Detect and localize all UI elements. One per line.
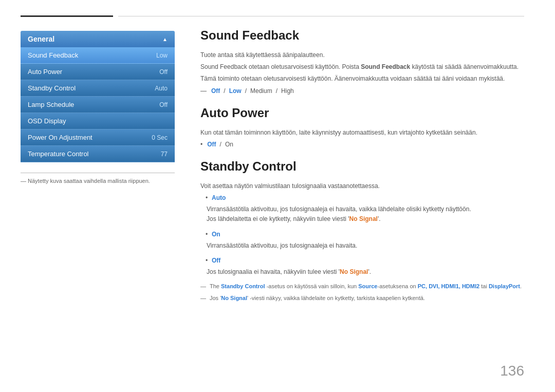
menu-label-lamp-schedule: Lamp Schedule bbox=[28, 101, 74, 108]
menu-item-auto-power[interactable]: Auto Power Off bbox=[21, 64, 175, 80]
menu-value-temperature-control: 77 bbox=[161, 151, 168, 158]
sidebar-divider bbox=[21, 173, 175, 173]
sf-opt-low: Low bbox=[229, 87, 242, 95]
menu-label-osd-display: OSD Display bbox=[28, 117, 66, 125]
top-line-dark bbox=[21, 15, 113, 17]
standby-off-desc1: Jos tulosignaalia ei havaita, näkyviin t… bbox=[207, 267, 524, 277]
standby-on-desc1: Virransäästötila aktivoituu, jos tulosig… bbox=[207, 241, 524, 251]
source-bold: Source bbox=[358, 283, 377, 289]
menu-item-power-on-adjustment[interactable]: Power On Adjustment 0 Sec bbox=[21, 129, 175, 146]
ap-opt-on: On bbox=[225, 141, 233, 148]
top-decoration bbox=[21, 15, 524, 17]
menu-label-sound-feedback: Sound Feedback bbox=[28, 51, 78, 59]
standby-control-bold: Standby Control bbox=[221, 283, 265, 289]
sidebar-note: — Näytetty kuva saattaa vaihdella mallis… bbox=[21, 177, 175, 185]
auto-power-options: • Off / On bbox=[200, 141, 524, 148]
sf-desc2-after: käytöstä tai säädä äänenvoimakkuutta. bbox=[410, 63, 519, 70]
menu-label-power-on-adjustment: Power On Adjustment bbox=[28, 134, 92, 141]
ap-opt-off: Off bbox=[207, 141, 216, 148]
standby-li-auto: Auto bbox=[206, 193, 524, 203]
options-dash: — bbox=[200, 87, 207, 95]
menu-item-standby-control[interactable]: Standby Control Auto bbox=[21, 80, 175, 97]
sidebar: General ▲ Sound Feedback Low Auto Power … bbox=[21, 31, 175, 185]
top-line-light bbox=[118, 16, 524, 16]
menu-label-auto-power: Auto Power bbox=[28, 68, 62, 76]
section-title-sound-feedback: Sound Feedback bbox=[200, 28, 524, 45]
sidebar-title-label: General bbox=[28, 35, 54, 43]
standby-note1: The Standby Control -asetus on käytössä … bbox=[200, 282, 524, 291]
sidebar-arrow-icon: ▲ bbox=[162, 36, 168, 42]
standby-option-off: Off Jos tulosignaalia ei havaita, näkyvi… bbox=[200, 256, 524, 277]
sound-feedback-desc2: Sound Feedback otetaan oletusarvoisesti … bbox=[200, 62, 524, 72]
standby-li-off: Off bbox=[206, 256, 524, 266]
section-standby-control: Standby Control Voit asettaa näytön valm… bbox=[200, 159, 524, 303]
sf-opt-medium: Medium bbox=[250, 87, 272, 95]
pc-dvi-hdmi-bold: PC, DVI, HDMI1, HDMI2 bbox=[418, 283, 479, 289]
ap-options-bullet: • bbox=[200, 141, 202, 148]
menu-item-temperature-control[interactable]: Temperature Control 77 bbox=[21, 146, 175, 162]
sound-feedback-desc1: Tuote antaa sitä käytettäessä äänipalaut… bbox=[200, 50, 524, 60]
no-signal-2: No Signal bbox=[340, 268, 368, 275]
standby-off-label: Off bbox=[212, 257, 220, 264]
no-signal-1: No Signal bbox=[349, 215, 378, 222]
standby-auto-desc2: Jos lähdelaitetta ei ole kytketty, näkyv… bbox=[207, 214, 524, 224]
sf-opt-high: High bbox=[281, 87, 294, 95]
menu-value-standby-control: Auto bbox=[155, 85, 168, 92]
standby-auto-desc1: Virransäästötila aktivoituu, jos tulosig… bbox=[207, 204, 524, 214]
menu-label-standby-control: Standby Control bbox=[28, 84, 76, 92]
standby-option-on: On Virransäästötila aktivoituu, jos tulo… bbox=[200, 230, 524, 251]
standby-option-auto: Auto Virransäästötila aktivoituu, jos tu… bbox=[200, 193, 524, 225]
sidebar-title: General ▲ bbox=[21, 31, 175, 47]
menu-value-power-on-adjustment: 0 Sec bbox=[152, 134, 168, 141]
standby-li-on: On bbox=[206, 230, 524, 239]
main-content: Sound Feedback Tuote antaa sitä käytettä… bbox=[200, 28, 524, 361]
auto-power-desc: Kun otat tämän toiminnon käyttöön, laite… bbox=[200, 128, 524, 138]
sf-opt-off: Off bbox=[211, 87, 220, 95]
standby-note2: Jos 'No Signal' -viesti näkyy, vaikka lä… bbox=[200, 294, 524, 303]
no-signal-note: No Signal bbox=[221, 295, 247, 301]
menu-item-lamp-schedule[interactable]: Lamp Schedule Off bbox=[21, 97, 175, 113]
section-title-auto-power: Auto Power bbox=[200, 106, 524, 123]
section-auto-power: Auto Power Kun otat tämän toiminnon käyt… bbox=[200, 106, 524, 148]
menu-value-sound-feedback: Low bbox=[156, 52, 168, 59]
standby-auto-label: Auto bbox=[212, 194, 226, 201]
sf-desc2-before: Sound Feedback otetaan oletusarvoisesti … bbox=[200, 63, 361, 70]
page-container: General ▲ Sound Feedback Low Auto Power … bbox=[0, 0, 555, 392]
page-number: 136 bbox=[500, 363, 524, 379]
sound-feedback-options: — Off / Low / Medium / High bbox=[200, 87, 524, 95]
standby-on-label: On bbox=[212, 231, 220, 238]
section-sound-feedback: Sound Feedback Tuote antaa sitä käytettä… bbox=[200, 28, 524, 95]
menu-item-sound-feedback[interactable]: Sound Feedback Low bbox=[21, 47, 175, 64]
menu-label-temperature-control: Temperature Control bbox=[28, 150, 89, 158]
displayport-bold: DisplayPort bbox=[489, 283, 520, 289]
menu-item-osd-display[interactable]: OSD Display bbox=[21, 113, 175, 129]
menu-value-lamp-schedule: Off bbox=[159, 101, 168, 108]
section-title-standby-control: Standby Control bbox=[200, 159, 524, 176]
sound-feedback-desc3: Tämä toiminto otetaan oletusarvoisesti k… bbox=[200, 74, 524, 84]
menu-value-auto-power: Off bbox=[159, 68, 168, 76]
standby-control-desc: Voit asettaa näytön valmiustilaan tulosi… bbox=[200, 181, 524, 191]
sf-desc2-bold: Sound Feedback bbox=[361, 63, 410, 70]
